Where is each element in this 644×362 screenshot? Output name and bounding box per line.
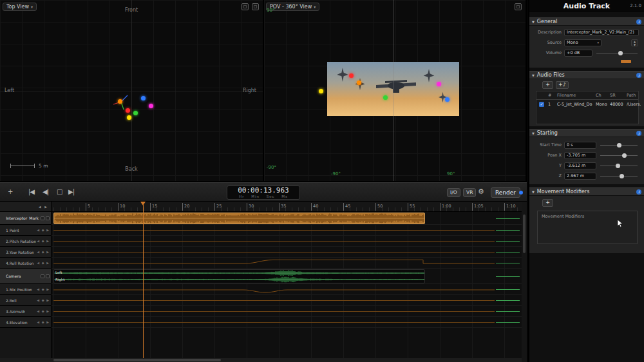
timeline-lane[interactable] (52, 295, 522, 306)
stepper-down-icon[interactable]: ▼ (634, 43, 636, 46)
pos-y-slider[interactable] (600, 162, 638, 169)
particle-yellow[interactable] (319, 89, 323, 93)
add-audio-file-button[interactable]: +♪ (556, 81, 569, 89)
movement-modifiers-list[interactable]: Movement Modifiers (537, 211, 638, 244)
pos-z-slider[interactable] (600, 173, 638, 180)
source-dropdown[interactable]: ▾Mono (564, 39, 601, 46)
timeline-lanes[interactable]: LeftRight (52, 212, 522, 358)
info-icon[interactable]: i (636, 189, 641, 195)
vr-button[interactable]: VR (463, 188, 476, 197)
section-audio-files-header[interactable]: ▼ Audio Files i (529, 71, 644, 79)
pos-y-field[interactable]: -3.612 m (564, 162, 596, 169)
automation-line[interactable] (53, 230, 495, 231)
mute-solo-badges[interactable] (41, 216, 50, 220)
track-header-param[interactable]: 1.Mic Position◀ ◆ ▶ (0, 284, 51, 295)
particle-blue[interactable] (141, 96, 146, 100)
keyframe-nav-icons[interactable]: ◀ ◆ ▶ (37, 261, 50, 265)
particle-orange[interactable] (357, 81, 361, 85)
track-header-param[interactable]: 4.Elevation◀ ◆ ▶ (0, 317, 51, 328)
section-general-header[interactable]: ▼ General i (529, 17, 644, 26)
viewport-top-view[interactable]: Front Left Right Back Top View ▾ 5 m (0, 0, 264, 182)
timeline-lane[interactable] (52, 284, 522, 295)
particle-magenta[interactable] (149, 104, 153, 108)
info-icon[interactable]: i (636, 131, 641, 136)
automation-line[interactable] (53, 252, 495, 252)
viewport-maximize-icon[interactable] (515, 3, 522, 10)
timeline-lane[interactable] (52, 247, 522, 258)
viewport-pov-360[interactable]: POV - 360° View ▾ 90°-90°-90°90° (264, 0, 527, 182)
particle-yellow[interactable] (127, 115, 131, 120)
automation-line[interactable] (53, 241, 495, 242)
particle-magenta[interactable] (437, 82, 441, 86)
start-time-slider[interactable] (600, 142, 638, 149)
timeline-lane[interactable] (52, 258, 522, 269)
particle-red[interactable] (349, 73, 354, 78)
pos-x-field[interactable]: -3.705 m (564, 152, 596, 159)
automation-line[interactable] (53, 300, 495, 301)
track-header-group[interactable]: Interceptor_Mark_2_V2 (0, 212, 51, 225)
viewport-settings-icon[interactable] (242, 3, 249, 10)
particle-red[interactable] (126, 108, 130, 113)
slider-handle[interactable] (622, 153, 627, 158)
timeline-lane[interactable] (52, 212, 522, 225)
collapse-triangle-icon[interactable]: ▼ (532, 131, 535, 135)
slider-handle[interactable] (620, 174, 624, 178)
track-header-param[interactable]: 2.Roll◀ ◆ ▶ (0, 295, 51, 306)
timeline-lane[interactable]: LeftRight (52, 269, 522, 284)
timeline-lane[interactable] (52, 236, 522, 247)
source-stepper[interactable]: ▲▼ (631, 39, 638, 46)
start-time-field[interactable]: 0 s (564, 142, 596, 149)
particle-blue[interactable] (445, 97, 450, 102)
automation-line[interactable] (53, 311, 495, 312)
timeline-lane[interactable] (52, 306, 522, 317)
keyframe-nav-icons[interactable]: ◀ ◆ ▶ (37, 298, 50, 302)
automation-line[interactable] (53, 322, 495, 323)
volume-slider[interactable] (596, 50, 638, 57)
timeline-lane[interactable] (52, 225, 522, 236)
scrollbar-handle[interactable] (523, 214, 526, 253)
slider-handle[interactable] (617, 143, 621, 148)
section-movement-header[interactable]: ▼ Movement Modifiers i (529, 187, 644, 196)
render-button[interactable]: Render (491, 187, 520, 198)
playhead[interactable] (143, 202, 144, 358)
slider-handle[interactable] (618, 51, 623, 55)
keyframe-nav-icons[interactable]: ◀ ◆ ▶ (37, 287, 50, 291)
automation-curve[interactable] (52, 258, 520, 269)
timeline-lane[interactable] (52, 317, 522, 328)
add-modifier-button[interactable]: + (542, 199, 553, 207)
collapse-triangle-icon[interactable]: ▼ (532, 20, 535, 24)
keyframe-nav-icons[interactable]: ◀ ◆ ▶ (37, 309, 50, 313)
info-icon[interactable]: i (636, 19, 641, 24)
track-header-param[interactable]: 3.Yaw Rotation◀ ◆ ▶ (0, 247, 51, 258)
go-to-start-button[interactable]: |◀ (28, 188, 34, 195)
track-header-group[interactable]: Camera (0, 269, 51, 284)
gear-icon[interactable]: ⚙ (478, 187, 484, 196)
audio-clip-stereo[interactable]: LeftRight (53, 269, 425, 283)
playhead-marker[interactable] (140, 202, 146, 205)
collapse-triangle-icon[interactable]: ▼ (532, 73, 535, 77)
keyframe-nav-icons[interactable]: ◀ ◆ ▶ (37, 320, 50, 324)
track-header-param[interactable]: 4.Roll Rotation◀ ◆ ▶ (0, 258, 51, 269)
description-field[interactable]: Interceptor_Mark_2_V2:Main_(2) (564, 29, 639, 36)
section-starting-header[interactable]: ▼ Starting i (529, 129, 644, 137)
particle-green[interactable] (133, 111, 138, 115)
mute-solo-badges[interactable] (41, 274, 50, 278)
viewport-maximize-icon[interactable] (252, 3, 259, 10)
keyframe-nav-icons[interactable]: ◀ ◆ ▶ (37, 239, 50, 243)
particle-green[interactable] (383, 95, 388, 100)
io-button[interactable]: I/O (447, 188, 460, 197)
pos-z-field[interactable]: 2.967 m (564, 173, 596, 180)
step-forward-button[interactable]: ▶| (68, 188, 74, 195)
volume-field[interactable]: +0 dB (564, 50, 592, 57)
track-header-param[interactable]: 2.Pitch Rotation◀ ◆ ▶ (0, 236, 51, 247)
track-nav-icons[interactable]: ◀ ▶ (39, 205, 48, 209)
audio-clip-orange[interactable] (53, 213, 425, 224)
step-back-button[interactable]: ◀| (43, 188, 48, 195)
collapse-triangle-icon[interactable]: ▼ (532, 190, 535, 194)
info-icon[interactable]: i (636, 73, 641, 78)
timeline-ruler[interactable]: 5101520253035404550551:001:051:10 (52, 202, 522, 212)
particle-orange[interactable] (118, 99, 122, 104)
horizontal-scrollbar[interactable] (52, 358, 522, 362)
scrollbar-handle[interactable] (53, 359, 221, 361)
add-button[interactable]: + (8, 188, 12, 195)
